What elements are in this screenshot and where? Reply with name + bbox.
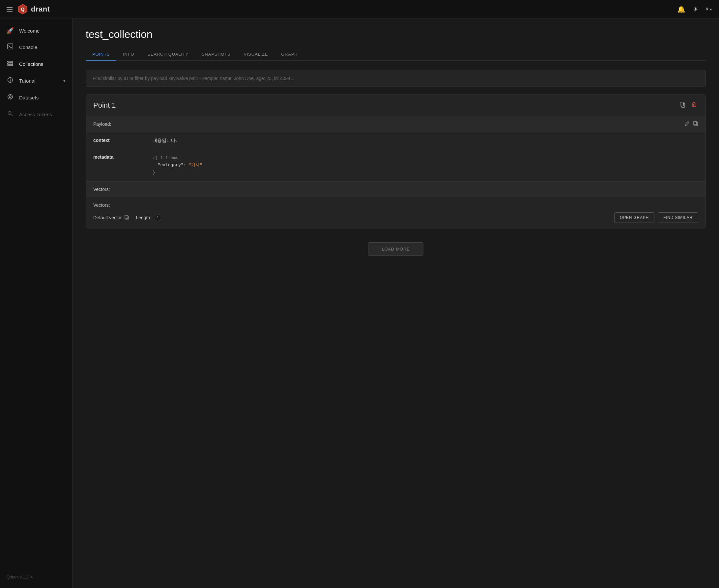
tab-snapshots[interactable]: SNAPSHOTS (195, 48, 237, 61)
notification-icon[interactable]: 🔔 (677, 5, 685, 13)
vector-row: Default vector Length: 4 OPEN GRAPH FIND… (93, 212, 698, 223)
logo: Q drant (17, 4, 50, 15)
tab-info[interactable]: INFO (116, 48, 141, 61)
sidebar-item-console[interactable]: Console (0, 39, 72, 56)
topbar: Q drant 🔔 ☀ 🗝 (0, 0, 719, 18)
context-key: context (86, 132, 145, 149)
sidebar-footer: Qdrant v1.13.4 (0, 570, 72, 584)
svg-rect-5 (7, 61, 13, 62)
key-icon[interactable]: 🗝 (706, 5, 713, 13)
collections-icon (6, 60, 14, 68)
access-tokens-icon (6, 111, 14, 118)
hamburger-menu[interactable] (6, 7, 13, 12)
vector-buttons: OPEN GRAPH FIND SIMILAR (614, 212, 698, 223)
sidebar-item-datasets[interactable]: Datasets (0, 89, 72, 106)
console-icon (6, 43, 14, 51)
edit-payload-button[interactable] (684, 121, 690, 127)
default-vector-name: Default vector (93, 215, 129, 220)
copy-point-button[interactable] (678, 100, 686, 110)
svg-rect-7 (7, 65, 13, 65)
datasets-icon (6, 94, 14, 101)
tabs-bar: POINTS INFO SEARCH QUALITY SNAPSHOTS VIS… (86, 48, 706, 61)
svg-rect-23 (694, 122, 697, 125)
sidebar-item-label-console: Console (19, 44, 37, 50)
context-value: 내용입니다. (145, 132, 705, 149)
sidebar-item-label-tutorial: Tutorial (19, 78, 35, 84)
vectors-label-top: Vectors: (93, 187, 110, 192)
point-card-header: Point 1 (86, 94, 705, 116)
open-graph-button[interactable]: OPEN GRAPH (614, 212, 654, 223)
svg-rect-25 (125, 215, 128, 218)
find-similar-button[interactable]: FIND SIMILAR (658, 212, 698, 223)
tutorial-icon (6, 77, 14, 85)
point-actions (678, 100, 698, 110)
sidebar-item-collections[interactable]: Collections (0, 56, 72, 72)
vectors-detail-label: Vectors: (93, 203, 698, 208)
sidebar-item-label-access-tokens: Access Tokens (19, 112, 52, 117)
payload-icons (684, 121, 698, 127)
sidebar-item-welcome[interactable]: 🚀 Welcome (0, 22, 72, 39)
point-card: Point 1 Payload: (86, 94, 706, 229)
welcome-icon: 🚀 (6, 27, 14, 34)
search-bar (86, 70, 706, 87)
metadata-json-line1: ✓{ 1 Items (153, 155, 178, 160)
metadata-json-close: } (153, 170, 155, 175)
length-badge: 4 (154, 214, 161, 221)
version-label: Qdrant v1.13.4 (6, 575, 33, 580)
metadata-json-key: "category" (158, 163, 183, 168)
main-content: test_collection POINTS INFO SEARCH QUALI… (73, 18, 719, 588)
delete-point-button[interactable] (690, 100, 698, 110)
sidebar-item-tutorial[interactable]: Tutorial ▾ (0, 72, 72, 89)
metadata-json: ✓{ 1 Items "category": "기사" } (153, 154, 698, 176)
tab-points[interactable]: POINTS (86, 48, 116, 61)
chevron-down-icon: ▾ (63, 78, 65, 83)
metadata-value: ✓{ 1 Items "category": "기사" } (145, 149, 705, 182)
length-label: Length: (136, 215, 151, 220)
svg-rect-19 (693, 103, 696, 107)
svg-rect-18 (680, 102, 683, 106)
load-more-area: LOAD MORE (86, 236, 706, 262)
svg-point-12 (9, 96, 11, 98)
point-title: Point 1 (93, 101, 116, 110)
svg-point-10 (10, 79, 11, 79)
page-title: test_collection (86, 28, 706, 41)
metadata-key: metadata (86, 149, 145, 182)
sidebar-item-label-collections: Collections (19, 61, 43, 67)
svg-line-16 (11, 114, 13, 116)
logo-icon: Q (17, 4, 28, 15)
copy-payload-button[interactable] (693, 121, 698, 127)
vectors-section-header: Vectors: (86, 182, 705, 197)
logo-text: drant (31, 5, 50, 14)
search-input[interactable] (93, 76, 699, 81)
metadata-json-string-value: "기사" (188, 163, 202, 168)
sidebar-item-label-datasets: Datasets (19, 95, 39, 100)
vectors-detail: Vectors: Default vector Length: 4 OPEN G… (86, 197, 705, 228)
tab-visualize[interactable]: VISUALIZE (237, 48, 275, 61)
topbar-left: Q drant (6, 4, 50, 15)
copy-vector-button[interactable] (124, 215, 129, 220)
sidebar-item-access-tokens[interactable]: Access Tokens (0, 106, 72, 123)
table-row-context: context 내용입니다. (86, 132, 705, 149)
payload-label: Payload: (93, 122, 111, 127)
payload-section-header: Payload: (86, 116, 705, 132)
payload-table: context 내용입니다. metadata ✓{ 1 Items "cate… (86, 132, 705, 182)
vector-length: Length: 4 (136, 214, 161, 221)
tab-search-quality[interactable]: SEARCH QUALITY (141, 48, 195, 61)
theme-icon[interactable]: ☀ (693, 5, 699, 13)
layout: 🚀 Welcome Console Collections Tutorial ▾ (0, 18, 719, 588)
sidebar-item-label-welcome: Welcome (19, 28, 40, 34)
tab-graph[interactable]: GRAPH (275, 48, 304, 61)
topbar-right: 🔔 ☀ 🗝 (677, 5, 713, 13)
svg-rect-6 (7, 63, 13, 64)
svg-text:Q: Q (21, 6, 25, 12)
default-vector-label: Default vector (93, 215, 122, 220)
load-more-button[interactable]: LOAD MORE (368, 242, 423, 256)
table-row-metadata: metadata ✓{ 1 Items "category": "기사" } (86, 149, 705, 182)
sidebar: 🚀 Welcome Console Collections Tutorial ▾ (0, 18, 73, 588)
